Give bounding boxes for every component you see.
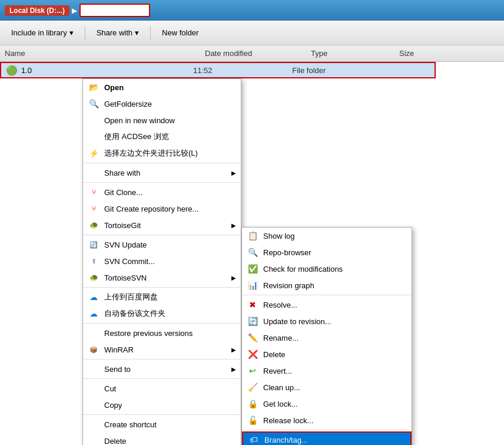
submenu-check-modifications[interactable]: ✅ Check for modifications (242, 261, 412, 277)
submenu-label-update-revision: Update to revision... (263, 317, 331, 326)
menu-item-delete[interactable]: Delete (83, 433, 241, 445)
menu-label-svn-commit: SVN Commit... (104, 257, 155, 266)
arrow2: ▶ (99, 6, 104, 15)
update-revision-icon: 🔄 (247, 315, 258, 327)
menu-label-git-create: Git Create repository here... (104, 205, 198, 213)
menu-sep1 (83, 163, 241, 163)
submenu-get-lock[interactable]: 🔒 Get lock... (242, 395, 412, 412)
menu-item-open-new-window[interactable]: Open in new window (83, 112, 241, 128)
winrar-icon: 📦 (88, 344, 100, 355)
compare-icon: ⚡ (88, 147, 100, 159)
menu-item-restore[interactable]: Restore previous versions (83, 325, 241, 341)
menu-label-open-new-window: Open in new window (104, 116, 175, 125)
menu-item-auto-backup[interactable]: ☁ 自动备份该文件夹 (83, 305, 241, 322)
disk-label: Local Disk (D:...) (5, 5, 69, 16)
submenu-tortoisegit: 📋 Show log 🔍 Repo-browser ✅ Check for mo… (241, 227, 412, 445)
new-folder-button[interactable]: New folder (155, 25, 205, 40)
menu-item-svn-update[interactable]: 🔄 SVN Update (83, 236, 241, 253)
auto-backup-icon: ☁ (88, 308, 100, 319)
crumb-branches: branches (107, 6, 138, 15)
getfoldersize-icon: 🔍 (88, 98, 100, 110)
submenu-sep1 (242, 295, 412, 295)
submenu-revision-graph[interactable]: 📊 Revision graph (242, 277, 412, 294)
create-shortcut-icon (88, 418, 100, 430)
submenu-label-release-lock: Release lock... (263, 416, 313, 425)
menu-item-copy[interactable]: Copy (83, 397, 241, 413)
submenu-label-revision-graph: Revision graph (263, 281, 314, 290)
toolbar: Include in library ▾ Share with ▾ New fo… (0, 21, 504, 45)
submenu-release-lock[interactable]: 🔓 Release lock... (242, 412, 412, 428)
submenu-delete[interactable]: ❌ Delete (242, 346, 412, 362)
menu-item-cut[interactable]: Cut (83, 380, 241, 397)
col-date-header: Date modified (205, 49, 311, 58)
submenu-revert[interactable]: ↩ Revert... (242, 362, 412, 379)
arrow3: ▶ (140, 6, 145, 15)
share-with-icon (88, 167, 100, 179)
submenu-label-resolve: Resolve... (263, 301, 297, 309)
submenu-repo-browser[interactable]: 🔍 Repo-browser (242, 244, 412, 261)
file-date: 11:52 (193, 66, 292, 75)
delete-icon (88, 435, 100, 445)
context-menu: 📂 Open 🔍 GetFoldersize Open in new windo… (82, 78, 241, 445)
submenu-rename[interactable]: ✏️ Rename... (242, 329, 412, 346)
arrow1: ▶ (72, 6, 77, 15)
cut-icon (88, 383, 100, 394)
git-clone-icon: ⑂ (88, 186, 100, 198)
title-bar: Local Disk (D:...) ▶ test ▶ branches ▶ (0, 0, 504, 21)
revision-graph-icon: 📊 (247, 279, 258, 291)
share-chevron-icon: ▾ (135, 28, 139, 37)
menu-item-create-shortcut[interactable]: Create shortcut (83, 416, 241, 433)
submenu-label-repo-browser: Repo-browser (263, 248, 311, 257)
menu-item-acdsee[interactable]: 使用 ACDSee 浏览 (83, 128, 241, 145)
menu-sep8 (83, 414, 241, 415)
crumb-test: test (84, 6, 97, 15)
menu-label-git-clone: Git Clone... (104, 188, 142, 197)
menu-sep3 (83, 235, 241, 235)
menu-item-winrar[interactable]: 📦 WinRAR (83, 341, 241, 358)
copy-icon (88, 399, 100, 411)
menu-label-getfoldersize: GetFoldersize (104, 100, 152, 108)
folder-icon: 🟢 (6, 64, 18, 76)
cleanup-icon: 🧹 (247, 381, 258, 393)
submenu-branch-tag[interactable]: 🏷 Branch/tag... (242, 431, 412, 445)
menu-item-git-clone[interactable]: ⑂ Git Clone... (83, 184, 241, 200)
include-chevron-icon: ▾ (69, 28, 74, 37)
col-size-header: Size (399, 49, 458, 58)
menu-item-tortoisegit[interactable]: 🐢 TortoiseGit (83, 217, 241, 233)
tortoisesvn-icon: 🐢 (88, 272, 100, 284)
col-name-header: Name (5, 49, 205, 58)
submenu-show-log[interactable]: 📋 Show log (242, 228, 412, 244)
submenu-label-check-modifications: Check for modifications (263, 265, 343, 273)
menu-label-tortoisesvn: TortoiseSVN (104, 273, 147, 282)
menu-item-open[interactable]: 📂 Open (83, 79, 241, 95)
share-with-button[interactable]: Share with ▾ (90, 25, 145, 40)
menu-label-acdsee: 使用 ACDSee 浏览 (104, 131, 169, 142)
menu-item-svn-commit[interactable]: ⬆ SVN Commit... (83, 253, 241, 269)
branch-tag-icon: 🏷 (248, 434, 260, 445)
breadcrumb: Local Disk (D:...) ▶ test ▶ branches ▶ (5, 4, 150, 17)
menu-label-share-with: Share with (104, 169, 140, 177)
menu-label-cut: Cut (104, 384, 116, 393)
submenu-cleanup[interactable]: 🧹 Clean up... (242, 379, 412, 395)
baidu-upload-icon: ☁ (88, 291, 100, 303)
menu-label-auto-backup: 自动备份该文件夹 (104, 308, 165, 319)
submenu-resolve[interactable]: ✖ Resolve... (242, 296, 412, 313)
file-row-1.0[interactable]: 🟢 1.0 11:52 File folder (0, 62, 436, 78)
revert-icon: ↩ (247, 365, 258, 377)
menu-item-baidu-upload[interactable]: ☁ 上传到百度网盘 (83, 289, 241, 305)
submenu-label-get-lock: Get lock... (263, 400, 298, 408)
submenu-label-cleanup: Clean up... (263, 383, 300, 392)
menu-label-compare: 选择左边文件夹进行比较(L) (104, 148, 198, 159)
menu-item-tortoisesvn[interactable]: 🐢 TortoiseSVN (83, 269, 241, 286)
menu-item-git-create[interactable]: ⑂ Git Create repository here... (83, 200, 241, 217)
menu-item-getfoldersize[interactable]: 🔍 GetFoldersize (83, 95, 241, 112)
menu-item-send-to[interactable]: Send to (83, 361, 241, 377)
svn-commit-icon: ⬆ (88, 255, 100, 267)
menu-item-compare[interactable]: ⚡ 选择左边文件夹进行比较(L) (83, 145, 241, 161)
menu-sep5 (83, 323, 241, 324)
menu-item-share-with[interactable]: Share with (83, 164, 241, 181)
submenu-label-branch-tag: Branch/tag... (264, 436, 308, 444)
include-in-library-button[interactable]: Include in library ▾ (5, 25, 80, 40)
submenu-update-revision[interactable]: 🔄 Update to revision... (242, 313, 412, 329)
menu-label-svn-update: SVN Update (104, 240, 147, 249)
